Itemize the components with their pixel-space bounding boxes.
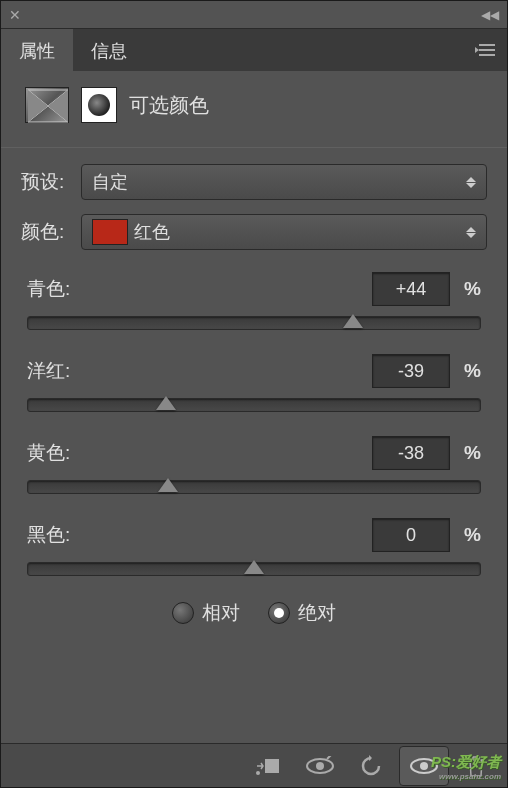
yellow-input[interactable] [372, 436, 450, 470]
adjustment-title: 可选颜色 [129, 92, 209, 119]
black-slider[interactable] [27, 562, 481, 576]
preset-row: 预设: 自定 [21, 164, 487, 200]
preset-select[interactable]: 自定 [81, 164, 487, 200]
magenta-slider-group: 洋红: % [27, 354, 481, 412]
svg-point-5 [420, 762, 428, 770]
yellow-slider-group: 黄色: % [27, 436, 481, 494]
cyan-label: 青色: [27, 276, 70, 302]
panel-menu-icon[interactable] [475, 42, 499, 58]
black-label: 黑色: [27, 522, 70, 548]
relative-radio[interactable]: 相对 [172, 600, 240, 626]
percent-label: % [464, 278, 481, 300]
black-input[interactable] [372, 518, 450, 552]
cyan-slider[interactable] [27, 316, 481, 330]
magenta-slider[interactable] [27, 398, 481, 412]
preset-label: 预设: [21, 169, 71, 195]
adjustment-header: 可选颜色 [21, 87, 487, 123]
color-row: 颜色: 红色 [21, 214, 487, 250]
radio-icon [172, 602, 194, 624]
yellow-thumb[interactable] [158, 478, 178, 496]
cyan-slider-group: 青色: % [27, 272, 481, 330]
yellow-label: 黄色: [27, 440, 70, 466]
black-thumb[interactable] [244, 560, 264, 578]
percent-label: % [464, 524, 481, 546]
percent-label: % [464, 360, 481, 382]
magenta-label: 洋红: [27, 358, 70, 384]
collapse-icon[interactable]: ◀◀ [481, 8, 499, 22]
magenta-thumb[interactable] [156, 396, 176, 414]
black-slider-group: 黑色: % [27, 518, 481, 576]
color-label: 颜色: [21, 219, 71, 245]
color-select[interactable]: 红色 [81, 214, 487, 250]
reset-button[interactable] [347, 746, 397, 786]
titlebar: ✕ ◀◀ [1, 1, 507, 29]
radio-icon [268, 602, 290, 624]
color-value: 红色 [134, 220, 170, 244]
select-arrows-icon [466, 227, 476, 238]
absolute-radio[interactable]: 绝对 [268, 600, 336, 626]
mask-icon[interactable] [81, 87, 117, 123]
magenta-input[interactable] [372, 354, 450, 388]
svg-point-3 [316, 762, 324, 770]
selective-color-icon [25, 87, 69, 123]
tab-properties[interactable]: 属性 [1, 29, 73, 71]
divider [1, 147, 507, 148]
sliders-container: 青色: % 洋红: % [21, 264, 487, 626]
tab-info[interactable]: 信息 [73, 29, 145, 71]
select-arrows-icon [466, 177, 476, 188]
percent-label: % [464, 442, 481, 464]
tabs: 属性 信息 [1, 29, 507, 71]
relative-label: 相对 [202, 600, 240, 626]
color-swatch [92, 219, 128, 245]
view-previous-button[interactable] [295, 746, 345, 786]
close-icon[interactable]: ✕ [9, 7, 21, 23]
method-radio-group: 相对 绝对 [27, 600, 481, 626]
clip-to-layer-button[interactable] [243, 746, 293, 786]
yellow-slider[interactable] [27, 480, 481, 494]
cyan-input[interactable] [372, 272, 450, 306]
svg-point-1 [256, 771, 260, 775]
cyan-thumb[interactable] [343, 314, 363, 332]
absolute-label: 绝对 [298, 600, 336, 626]
preset-value: 自定 [92, 170, 128, 194]
watermark: PS:爱好者 www.psahz.com [431, 753, 501, 781]
svg-rect-0 [265, 759, 279, 773]
panel-body: 可选颜色 预设: 自定 颜色: 红色 青色: % [1, 71, 507, 642]
